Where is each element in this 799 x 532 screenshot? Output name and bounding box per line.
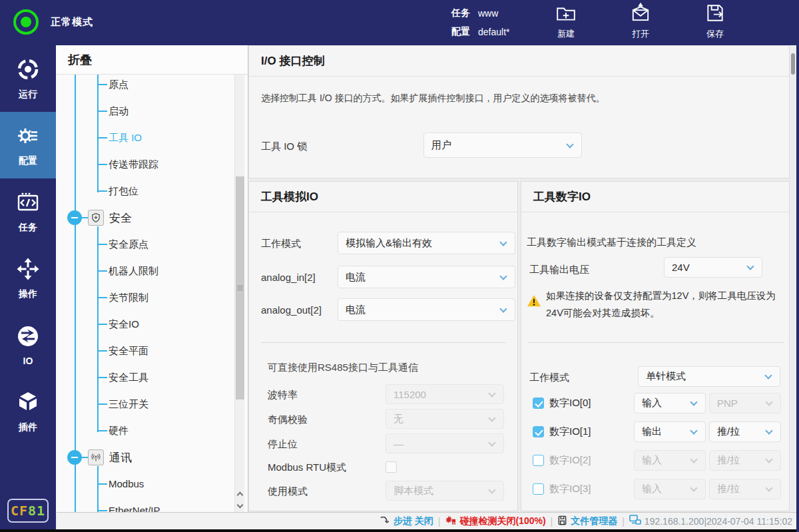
step-status[interactable]: 步进 关闭 [380, 515, 433, 527]
analog-in-select[interactable]: 电流 [338, 266, 515, 288]
tree-item-hardware[interactable]: 硬件 [97, 423, 129, 438]
digital-io-0-checkbox[interactable] [533, 398, 544, 409]
tree-item-startup[interactable]: 启动 [97, 104, 129, 119]
tree-item-origin[interactable]: 原点 [97, 77, 129, 92]
rs485-note: 可直接使用RS485接口与工具通信 [268, 362, 418, 374]
tree-item-safety-tool[interactable]: 安全工具 [97, 370, 148, 385]
code-window-icon [16, 190, 40, 217]
tree-node-comm[interactable]: 通讯 [67, 449, 132, 465]
digital-io-2-checkbox[interactable] [533, 455, 544, 466]
analog-in-label: analog_in[2] [261, 272, 316, 283]
file-manager-button[interactable]: 文件管理器 [557, 515, 617, 527]
tree-item-pack-pos[interactable]: 打包位 [97, 184, 138, 198]
separator: | [551, 516, 553, 527]
sidebar-item-plugin[interactable]: 插件 [0, 378, 56, 445]
chevron-down-icon [765, 455, 772, 463]
open-button[interactable]: 打开 [620, 3, 661, 40]
chevron-down-icon [488, 486, 495, 493]
sidebar-item-config[interactable]: 配置 [0, 112, 56, 178]
digital-io-1-direction-select[interactable]: 输出 [634, 421, 706, 442]
warning-triangle-icon [527, 294, 541, 308]
digital-io-0-direction-select[interactable]: 输入 [634, 393, 706, 413]
digital-io-2-direction-select: 输入 [634, 450, 706, 471]
scroll-down-button[interactable] [236, 501, 244, 511]
shield-plus-icon [88, 210, 104, 226]
separator: | [622, 516, 625, 527]
digital-io-row-3: 数字IO[3] 输入 推/拉 [521, 479, 789, 499]
collapse-button[interactable]: 折叠 [56, 45, 248, 75]
folder-plus-icon [555, 3, 577, 27]
digital-work-mode-select[interactable]: 单针模式 [638, 366, 780, 387]
chevron-down-icon [764, 372, 772, 379]
analog-out-select[interactable]: 电流 [338, 298, 515, 321]
separator: | [438, 516, 441, 527]
chevron-down-icon [566, 140, 573, 148]
digital-io-row-0: 数字IO[0] 输入 PNP [521, 393, 789, 413]
tree-item-three-pos-switch[interactable]: 三位开关 [97, 397, 148, 411]
collision-status[interactable]: 碰撞检测关闭(100%) [445, 515, 545, 527]
robot-mode-indicator: 正常模式 [13, 9, 93, 35]
digital-io-row-2: 数字IO[2] 输入 推/拉 [521, 450, 789, 471]
tree-item-ethernet-ip[interactable]: EtherNet/IP [97, 503, 160, 512]
baud-rate-label: 波特率 [268, 389, 298, 401]
config-tree-panel: 折叠 原点 启动 工具 IO 传送带跟踪 打包位 安全 安全原点 机器人限制 关… [56, 45, 248, 512]
gear-icon [16, 124, 40, 150]
stop-bit-select: — [386, 433, 504, 453]
digital-io-2-mode-select: 推/拉 [709, 450, 781, 471]
chevron-down-icon [499, 305, 507, 312]
tool-io-lock-label: 工具 IO 锁 [261, 140, 307, 153]
tool-analog-io-section: 工具模拟IO 工作模式 模拟输入&输出有效 analog_in[2] 电流 an… [248, 181, 518, 511]
scroll-up-button[interactable] [236, 489, 244, 499]
collapse-node-icon[interactable] [67, 210, 82, 225]
tool-io-lock-select[interactable]: 用户 [423, 133, 582, 158]
tree-item-modbus[interactable]: Modbus [97, 477, 144, 491]
digital-io-1-checkbox[interactable] [533, 426, 544, 437]
tree-scrollbar-thumb[interactable] [236, 176, 244, 399]
digital-io-3-direction-select: 输入 [634, 479, 706, 499]
tree-item-joint-limit[interactable]: 关节限制 [97, 290, 148, 305]
main-scrollbar[interactable] [790, 45, 796, 512]
tree-item-safety-plane[interactable]: 安全平面 [97, 344, 148, 358]
config-value: default* [478, 27, 509, 37]
chevron-down-icon [690, 484, 697, 491]
tree-line [75, 75, 76, 512]
new-button[interactable]: 新建 [545, 3, 587, 40]
digital-io-3-checkbox[interactable] [533, 483, 544, 495]
tree-item-robot-limit[interactable]: 机器人限制 [97, 264, 158, 278]
tree-item-safety-home[interactable]: 安全原点 [97, 237, 148, 252]
chevron-down-icon [746, 262, 754, 270]
chevron-down-icon [765, 484, 772, 491]
network-status: 192.168.1.200|2024-07-04 11:15:02 [629, 515, 792, 527]
sidebar-item-io[interactable]: IO [0, 312, 56, 378]
digital-io-1-mode-select[interactable]: 推/拉 [709, 421, 781, 442]
chevron-down-icon [690, 455, 697, 463]
io-interface-control-section: I/O 接口控制 选择控制工具 I/O 接口的方式。如果扩展插件控制接口，用户定… [248, 45, 790, 178]
cf-status-badge: CF81 [7, 499, 49, 523]
tree-node-safety[interactable]: 安全 [67, 210, 132, 226]
usage-mode-select: 脚本模式 [386, 481, 504, 501]
chevron-down-icon [690, 398, 697, 405]
chevron-down-icon [488, 414, 495, 421]
tree-item-safety-io[interactable]: 安全IO [97, 317, 139, 332]
sidebar-item-operate[interactable]: 操作 [0, 245, 56, 312]
statusbar: 步进 关闭 | 碰撞检测关闭(100%) | 文件管理器 | 192.168.1… [57, 512, 796, 529]
collapse-node-icon[interactable] [67, 450, 82, 465]
sidebar-item-run[interactable]: 运行 [0, 45, 56, 112]
new-label: 新建 [557, 28, 575, 40]
tree-item-tool-io[interactable]: 工具 IO [97, 131, 142, 145]
tree-item-conveyor[interactable]: 传送带跟踪 [97, 157, 158, 172]
section-title: 工具数字IO [521, 182, 789, 212]
modbus-rtu-checkbox[interactable] [386, 461, 397, 473]
analog-work-mode-select[interactable]: 模拟输入&输出有效 [338, 232, 515, 254]
sidebar-item-task[interactable]: 任务 [0, 178, 56, 245]
modbus-rtu-label: Modbus RTU模式 [268, 461, 346, 474]
usage-mode-label: 使用模式 [268, 485, 308, 498]
digital-io-note: 工具数字输出模式基于连接的工具定义 [527, 236, 696, 249]
envelope-open-icon [630, 3, 651, 27]
tree-scrollbar[interactable] [234, 75, 244, 512]
tool-voltage-select[interactable]: 24V [664, 257, 762, 278]
tree-line [82, 457, 88, 458]
chevron-down-icon [499, 238, 507, 246]
main-scrollbar-thumb[interactable] [791, 53, 795, 75]
save-button[interactable]: 保存 [694, 3, 736, 40]
